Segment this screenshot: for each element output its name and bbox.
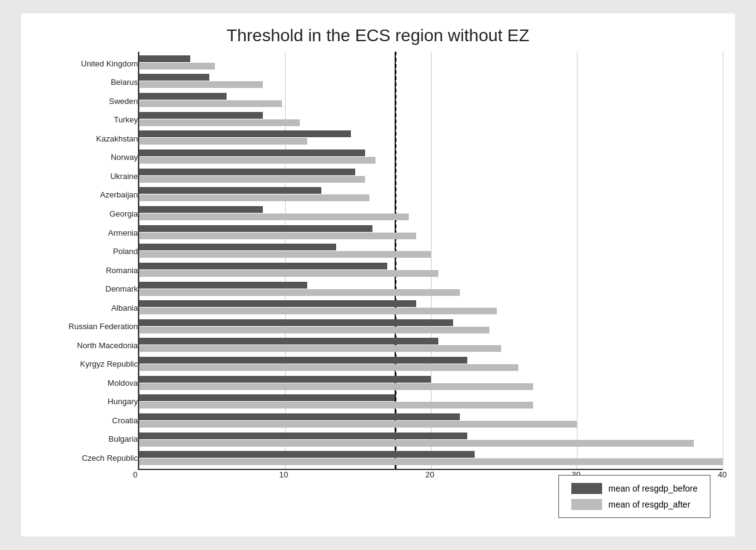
chart-area: United KingdomBelarusSwedenTurkeyKazakhs… [33,52,723,470]
y-label: Bulgaria [33,435,138,443]
bar-row-after [139,440,723,447]
y-label: Ukraine [33,172,138,180]
bar-before [139,432,467,439]
bar-group [139,110,723,129]
legend: mean of resgdp_before mean of resgdp_aft… [558,475,710,518]
bar-group [139,430,723,449]
bar-row-after [139,100,723,107]
bars-container [139,52,723,469]
bar-row-after [139,233,723,239]
x-tick-label: 0 [133,470,137,479]
bar-group [139,241,723,260]
bar-group [139,354,723,373]
bar-row-before [139,300,723,307]
bar-before [139,244,336,250]
bar-before [139,376,431,383]
bar-group [139,393,723,412]
bar-after [139,119,300,126]
chart-title: Threshold in the ECS region without EZ [33,26,723,46]
bar-after [139,402,533,409]
y-label: Poland [33,247,138,255]
y-label: Belarus [33,78,138,86]
bar-group [139,336,723,355]
y-label: Albania [33,304,138,312]
bar-group [139,411,723,430]
bar-before [139,112,263,119]
bar-row-after [139,251,723,258]
bar-row-before [139,338,723,345]
bar-group [139,317,723,336]
y-label: North Macedonia [33,341,138,349]
y-label: Croatia [33,416,138,424]
x-tick-label: 20 [425,470,434,479]
bar-row-before [139,149,723,156]
bar-group [139,185,723,204]
bar-before [139,93,227,100]
bar-row-after [139,402,723,409]
bar-group [139,448,723,468]
bar-row-before [139,55,723,62]
bar-group [139,204,723,223]
bar-row-before [139,225,723,232]
bar-after [139,345,501,352]
bar-row-after [139,458,723,465]
y-label: Norway [33,153,138,161]
bar-before [139,300,416,307]
bar-row-after [139,176,723,183]
legend-item-before: mean of resgdp_before [571,483,698,494]
bar-row-after [139,308,723,314]
y-label: Turkey [33,116,138,124]
y-label: Kyrgyz Republic [33,360,138,368]
plot-area [138,52,723,470]
bar-row-before [139,432,723,439]
bar-before [139,413,460,420]
bar-after [139,81,263,88]
bar-row-before [139,187,723,194]
bar-row-before [139,413,723,420]
bar-before [139,357,467,364]
bar-after [139,458,723,465]
bar-after [139,213,409,220]
bar-group [139,147,723,166]
x-tick-label: 40 [718,470,726,479]
bar-row-before [139,357,723,364]
y-label: Romania [33,266,138,274]
bar-before [139,187,321,194]
legend-label-after: mean of resgdp_after [608,500,690,509]
bar-after [139,194,369,201]
bar-row-before [139,74,723,81]
bar-before [139,130,351,137]
bar-after [139,233,416,239]
x-tick-label: 10 [279,470,288,479]
bar-row-after [139,157,723,164]
bar-row-after [139,270,723,277]
bar-row-before [139,263,723,269]
bar-group [139,223,723,242]
bar-after [139,138,307,145]
bar-row-after [139,289,723,296]
bar-before [139,169,355,175]
y-label: Moldova [33,379,138,387]
y-label: United Kingdom [33,60,138,68]
bar-after [139,157,376,164]
bar-before [139,282,307,289]
bar-after [139,270,438,277]
bar-after [139,308,497,314]
y-label: Sweden [33,97,138,105]
y-label: Russian Federation [33,322,138,330]
bar-after [139,289,460,296]
y-label: Czech Republic [33,454,138,462]
bar-row-before [139,394,723,401]
bar-group [139,166,723,185]
bar-row-after [139,63,723,70]
bar-after [139,100,282,107]
bar-group [139,373,723,393]
bar-after [139,421,577,428]
bar-row-before [139,244,723,250]
bar-before [139,451,475,458]
bar-group [139,298,723,317]
bar-group [139,260,723,279]
legend-swatch-after [571,499,602,510]
legend-swatch-before [571,483,602,494]
grid-line [723,52,723,469]
